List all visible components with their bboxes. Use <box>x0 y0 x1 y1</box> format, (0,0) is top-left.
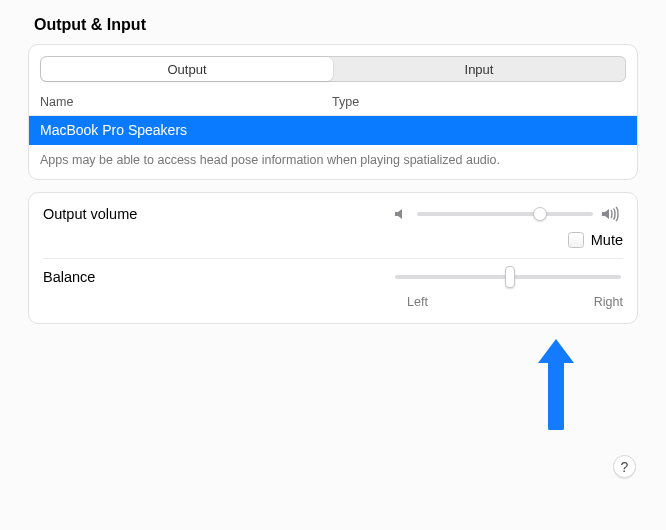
balance-slider[interactable] <box>395 275 621 279</box>
device-row[interactable]: MacBook Pro Speakers <box>29 116 637 145</box>
output-controls-panel: Output volume Mute <box>28 192 638 324</box>
output-volume-label: Output volume <box>43 206 393 222</box>
balance-row: Balance <box>29 259 637 295</box>
tab-output[interactable]: Output <box>41 57 333 81</box>
col-name: Name <box>40 95 332 109</box>
output-volume-row: Output volume <box>29 196 637 232</box>
spatial-audio-hint: Apps may be able to access head pose inf… <box>29 145 637 179</box>
balance-right-label: Right <box>594 295 623 309</box>
speaker-low-icon <box>393 206 409 222</box>
output-input-segmented[interactable]: Output Input <box>40 56 626 82</box>
balance-ticks: Left Right <box>393 295 637 319</box>
mute-checkbox[interactable] <box>568 232 584 248</box>
section-title: Output & Input <box>34 16 638 34</box>
output-volume-slider[interactable] <box>417 212 593 216</box>
speaker-high-icon <box>601 206 623 222</box>
help-button[interactable]: ? <box>613 455 636 478</box>
devices-panel: Output Input Name Type MacBook Pro Speak… <box>28 44 638 180</box>
balance-left-label: Left <box>407 295 428 309</box>
mute-label: Mute <box>591 232 623 248</box>
device-table-header: Name Type <box>29 93 637 116</box>
balance-label: Balance <box>43 269 393 285</box>
col-type: Type <box>332 95 626 109</box>
tab-input[interactable]: Input <box>333 57 625 81</box>
callout-arrow-icon <box>532 335 580 430</box>
